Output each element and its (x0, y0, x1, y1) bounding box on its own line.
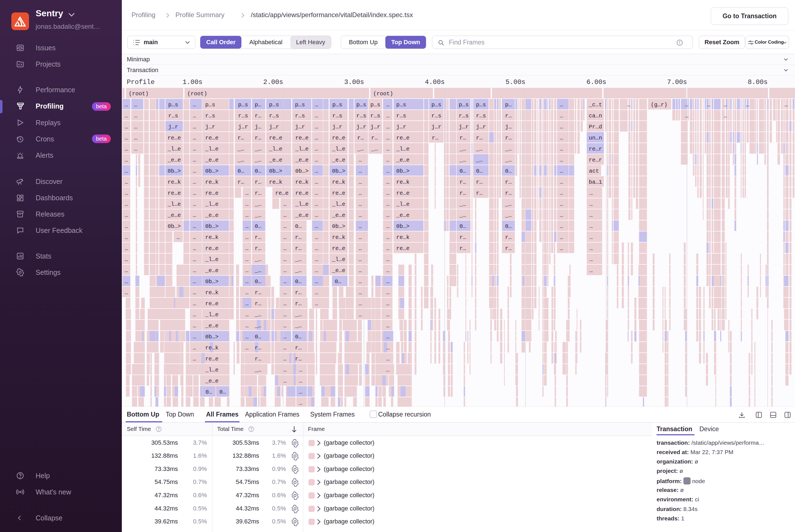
svg-text:…: … (746, 102, 749, 108)
svg-text:_l…e: _l…e (295, 201, 308, 207)
svg-text:_e…e: _e…e (295, 157, 308, 163)
svg-text:0b…>: 0b…> (295, 168, 308, 174)
svg-text:r…: r… (295, 356, 302, 362)
svg-text:…: … (283, 323, 287, 329)
svg-text:…: … (560, 113, 563, 119)
svg-text:_…: _… (371, 146, 378, 152)
svg-text:r…: r… (255, 356, 261, 362)
svg-text:p…s: p…s (371, 102, 380, 108)
svg-text:…: … (315, 279, 318, 285)
svg-text:…: … (245, 190, 249, 196)
svg-text:r…s: r…s (295, 113, 305, 119)
svg-text:0…: 0… (255, 334, 261, 340)
svg-text:re…r: re…r (589, 157, 602, 163)
svg-text:…: … (386, 311, 390, 318)
svg-text:…: … (193, 102, 196, 108)
svg-text:…: … (359, 179, 362, 185)
svg-text:…: … (245, 212, 249, 218)
svg-text:_…: _… (295, 256, 302, 263)
svg-text:…: … (193, 201, 196, 207)
svg-text:…: … (283, 245, 287, 252)
svg-text:0…: 0… (295, 334, 302, 340)
svg-text:Pr…d: Pr…d (589, 124, 602, 130)
svg-text:r…s: r…s (269, 113, 279, 119)
svg-text:0…: 0… (505, 168, 512, 174)
svg-text:r…: r… (505, 135, 512, 141)
svg-text:r…: r… (357, 135, 364, 141)
svg-text:…: … (283, 356, 287, 362)
svg-text:act: act (589, 168, 599, 174)
svg-text:…: … (125, 245, 128, 252)
svg-text:re…k: re…k (205, 289, 219, 296)
svg-text:…: … (359, 201, 362, 207)
svg-text:…: … (283, 256, 287, 263)
svg-text:r…: r… (295, 301, 302, 307)
svg-text:…: … (283, 334, 287, 340)
svg-text:…: … (299, 378, 302, 384)
svg-text:_e…e: _e…e (295, 212, 308, 218)
svg-text:r…s: r…s (396, 113, 406, 119)
svg-text:r…: r… (432, 135, 438, 141)
svg-text:re…k: re…k (396, 234, 410, 241)
svg-text:…: … (359, 157, 362, 163)
svg-text:_…: _… (254, 311, 261, 318)
svg-text:p…: p… (505, 102, 512, 108)
svg-text:…: … (193, 223, 196, 230)
svg-text:…: … (283, 301, 287, 307)
svg-text:_l…e: _l…e (205, 367, 219, 373)
svg-text:_…: _… (254, 201, 261, 207)
svg-text:…: … (193, 113, 196, 119)
svg-text:…: … (315, 146, 318, 152)
svg-text:…: … (193, 345, 196, 351)
svg-text:re…e: re…e (332, 135, 345, 141)
svg-text:0b…>: 0b…> (396, 168, 410, 174)
svg-text:…: … (315, 135, 318, 141)
svg-text:…: … (560, 146, 563, 152)
svg-text:…: … (134, 135, 137, 141)
svg-text:un…n: un…n (589, 135, 602, 141)
svg-text:…: … (283, 311, 287, 318)
svg-text:re…e: re…e (168, 135, 181, 141)
svg-text:r…: r… (505, 234, 512, 241)
svg-text:r…: r… (255, 345, 261, 351)
svg-text:…: … (386, 367, 390, 373)
svg-text:_…: _… (254, 212, 261, 218)
svg-text:…: … (589, 212, 593, 218)
svg-text:…: … (193, 267, 196, 274)
svg-text:ba…1: ba…1 (589, 179, 602, 185)
svg-text:_l…e: _l…e (167, 146, 181, 152)
svg-text:…: … (386, 223, 390, 230)
svg-text:…: … (560, 168, 563, 174)
svg-text:p…s: p…s (295, 102, 305, 108)
svg-text:_e…e: _e…e (205, 323, 219, 329)
svg-text:…: … (315, 212, 318, 218)
svg-text:re…e: re…e (295, 135, 308, 141)
svg-text:p…s: p…s (476, 102, 486, 108)
svg-text:_l…e: _l…e (396, 146, 410, 152)
svg-text:_e…e: _e…e (332, 267, 345, 274)
svg-text:…: … (589, 267, 593, 274)
svg-text:…: … (560, 102, 563, 108)
svg-text:r…: r… (255, 113, 261, 119)
svg-text:r…: r… (476, 135, 482, 141)
svg-text:…: … (315, 267, 318, 274)
svg-text:re…e: re…e (269, 135, 282, 141)
svg-text:…: … (125, 135, 128, 141)
svg-text:r…s: r…s (371, 113, 380, 119)
svg-text:…: … (125, 223, 128, 230)
svg-text:…: … (245, 223, 249, 230)
svg-text:…: … (386, 124, 390, 130)
svg-text:re…k: re…k (295, 179, 308, 185)
svg-text:_e…e: _e…e (167, 212, 181, 218)
svg-text:…: … (359, 289, 362, 296)
svg-text:_c…t: _c…t (588, 102, 602, 108)
svg-text:…: … (134, 124, 137, 130)
svg-text:…: … (359, 190, 362, 196)
svg-text:…: … (125, 289, 128, 296)
svg-text:j…r: j…r (205, 124, 215, 130)
svg-text:_l…e: _l…e (205, 201, 219, 207)
svg-text:r…: r… (459, 234, 466, 241)
svg-text:…: … (386, 179, 390, 185)
svg-text:…: … (245, 334, 249, 340)
svg-text:_e…e: _e…e (396, 157, 410, 163)
